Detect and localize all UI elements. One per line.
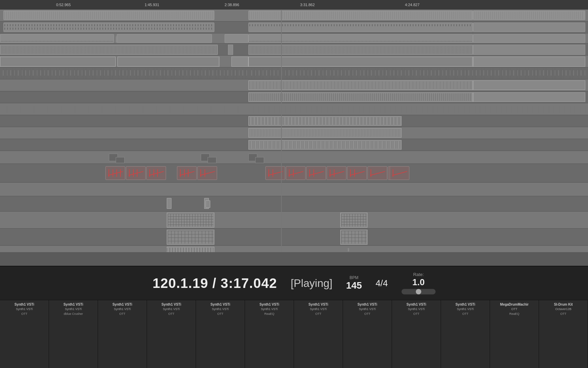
time-sig-display: 4/4: [376, 278, 388, 289]
track-row-19: [0, 246, 588, 252]
clip-11-1[interactable]: [248, 128, 402, 138]
track-row-12: [0, 139, 588, 151]
red-clip-9[interactable]: [327, 166, 346, 180]
clip-7-2[interactable]: [473, 80, 585, 90]
grid-clip-3[interactable]: [167, 230, 214, 245]
note-13-6[interactable]: [255, 157, 264, 163]
thin-clip-1[interactable]: [167, 198, 172, 209]
time-marker-2: 1:45.931: [145, 3, 159, 7]
transport-bar: 120.1.19 / 3:17.042 [Playing] BPM 145 4/…: [0, 266, 588, 368]
track-row-2: [0, 21, 588, 33]
track-label-4: Synth1 VSTi Synth1 VSTi OTT: [196, 300, 245, 368]
red-clip-3[interactable]: [146, 166, 166, 180]
red-clip-7[interactable]: [286, 166, 306, 180]
rate-slider[interactable]: [402, 289, 436, 294]
red-clip-10[interactable]: [347, 166, 367, 180]
transport-marker-2: [348, 248, 349, 251]
red-clip-13[interactable]: [390, 166, 409, 180]
clip-1-1[interactable]: [3, 11, 214, 20]
red-clip-5[interactable]: [197, 166, 217, 180]
clip-4-4[interactable]: [473, 45, 585, 55]
clip-12-1[interactable]: [248, 140, 402, 150]
clip-2-1[interactable]: [3, 22, 214, 32]
clip-3-2[interactable]: [117, 34, 212, 43]
clip-2-2[interactable]: [248, 22, 473, 32]
track-row-6: [0, 67, 588, 79]
time-marker-1: 0:52.965: [56, 3, 71, 7]
track-row-5: [0, 56, 588, 67]
clip-4-2[interactable]: [228, 45, 233, 55]
track-label-3: Synth1 VSTi Synth1 VSTi OTT: [147, 300, 196, 368]
time-marker-3: 2:38.896: [225, 3, 239, 7]
time-marker-4: 3:31.862: [300, 3, 315, 7]
track-row-14: [0, 164, 588, 183]
clip-2-3[interactable]: [473, 22, 585, 32]
thin-clip-3[interactable]: [206, 200, 210, 208]
clip-3-1[interactable]: [0, 34, 114, 43]
track-row-11: [0, 127, 588, 139]
clip-1-2[interactable]: [248, 11, 473, 20]
clip-5-1[interactable]: [0, 57, 116, 67]
beat-row-9: [0, 106, 247, 113]
clip-5-4[interactable]: [231, 57, 248, 67]
clip-5-3[interactable]: [117, 57, 219, 67]
red-clip-1[interactable]: [105, 166, 125, 180]
clip-8-1[interactable]: [248, 92, 473, 102]
red-clip-4[interactable]: [177, 166, 197, 180]
clip-3-3[interactable]: [225, 34, 248, 43]
clip-5-5[interactable]: [248, 57, 473, 67]
track-row-10: [0, 115, 588, 127]
track-area: [0, 10, 588, 252]
note-row-6: [0, 68, 588, 79]
clip-5-6[interactable]: [473, 57, 585, 67]
grid-clip-2[interactable]: [340, 213, 368, 228]
track-row-7: [0, 79, 588, 91]
rate-section: Rate: 1.0: [402, 272, 436, 294]
time-ruler: 0:52.965 1:45.931 2:38.896 3:31.862 4:24…: [0, 0, 588, 10]
wave-clip-1[interactable]: [167, 247, 214, 252]
clip-8-2[interactable]: [473, 92, 585, 102]
clip-4-3[interactable]: [248, 45, 473, 55]
bpm-section: BPM 145: [346, 275, 362, 291]
track-row-16: [0, 196, 588, 212]
playing-status: [Playing]: [291, 277, 332, 290]
note-13-4[interactable]: [208, 157, 216, 163]
track-label-10: MegaDrumMachir OTT ReaEQ: [490, 300, 539, 368]
red-clip-11[interactable]: [368, 166, 387, 180]
track-row-9: [0, 103, 588, 115]
playhead: [281, 10, 282, 252]
track-row-17: [0, 212, 588, 229]
track-label-9: Synth1 VSTi Synth1 VSTi OTT: [441, 300, 490, 368]
transport-controls: 120.1.19 / 3:17.042 [Playing] BPM 145 4/…: [0, 266, 588, 300]
clip-7-1[interactable]: [248, 80, 473, 90]
track-label-11: SI-Drum Kit Octaver12B OTT: [539, 300, 588, 368]
track-labels: Synth1 VSTi Synth1 VSTi OTT Synth1 VSTi …: [0, 300, 588, 368]
note-13-2[interactable]: [116, 157, 125, 163]
grid-clip-1[interactable]: [167, 213, 214, 228]
clip-1-3[interactable]: [473, 11, 585, 20]
track-row-3: [0, 33, 588, 44]
time-marker-5: 4:24.827: [405, 3, 420, 7]
timeline: 0:52.965 1:45.931 2:38.896 3:31.862 4:24…: [0, 0, 588, 252]
clip-10-1[interactable]: [248, 116, 402, 126]
track-label-1: Synth1 VSTi Synth1 VSTi dblue Crusher: [49, 300, 98, 368]
track-label-5: Synth1 VSTi Synth1 VSTi ReaEQ: [245, 300, 294, 368]
position-display: 120.1.19 / 3:17.042: [152, 276, 277, 291]
red-clip-2[interactable]: [126, 166, 146, 180]
clip-3-4[interactable]: [248, 34, 473, 43]
track-row-4: [0, 44, 588, 56]
track-row-13: [0, 151, 588, 164]
clip-3-5[interactable]: [473, 34, 585, 43]
track-label-6: Synth1 VSTi Synth1 VSTi OTT: [294, 300, 343, 368]
track-row-18: [0, 229, 588, 246]
beat-row-9b: [248, 106, 588, 113]
red-clip-8[interactable]: [306, 166, 326, 180]
track-label-7: Synth1 VSTi Synth1 VSTi OTT: [343, 300, 392, 368]
clip-4-1[interactable]: [0, 45, 218, 55]
red-clip-6[interactable]: [265, 166, 285, 180]
grid-clip-4[interactable]: [340, 230, 368, 245]
track-label-0: Synth1 VSTi Synth1 VSTi OTT: [0, 300, 49, 368]
track-row-8: [0, 91, 588, 103]
track-row-1: [0, 10, 588, 21]
transport-marker-1: [167, 248, 168, 251]
